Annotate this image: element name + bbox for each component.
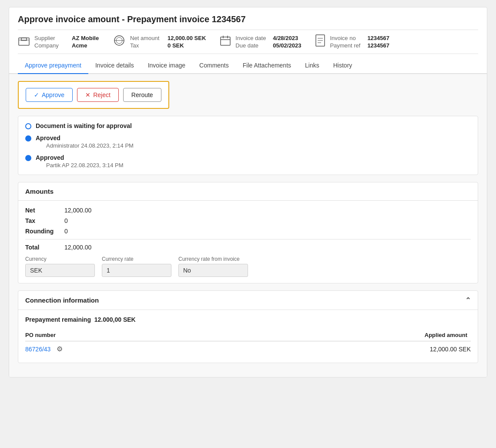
tab-approve-prepayment[interactable]: Approve prepayment bbox=[18, 57, 88, 74]
content-area: ✓ Approve ✕ Reject Reroute Document is w… bbox=[9, 74, 487, 377]
col-po-number: PO number bbox=[25, 329, 225, 341]
total-value: 12,000.00 bbox=[64, 244, 91, 251]
po-number-link[interactable]: 86726/43 bbox=[25, 346, 50, 353]
rounding-value: 0 bbox=[64, 228, 68, 235]
net-amount-row: Net amount 12,000.00 SEK bbox=[130, 35, 206, 41]
tab-invoice-details[interactable]: Invoice details bbox=[88, 57, 141, 74]
reroute-label: Reroute bbox=[131, 91, 153, 98]
amount-group: Net amount 12,000.00 SEK Tax 0 SEK bbox=[113, 35, 206, 49]
invoice-date-label: Invoice date bbox=[235, 35, 270, 41]
currency-rate-label: Currency rate bbox=[102, 256, 171, 262]
currency-input[interactable] bbox=[25, 264, 95, 277]
chevron-up-icon: ⌃ bbox=[465, 296, 471, 304]
invoice-no-row: Invoice no 1234567 bbox=[330, 35, 389, 41]
approved1-subtitle: Administrator 24.08.2023, 2:14 PM bbox=[46, 142, 134, 149]
approved2-subtitle: Partik AP 22.08.2023, 3:14 PM bbox=[46, 162, 124, 168]
tabs-bar: Approve prepayment Invoice details Invoi… bbox=[9, 57, 487, 74]
col-applied-amount: Applied amount bbox=[225, 329, 471, 341]
supplier-row: Supplier AZ Mobile bbox=[34, 35, 99, 41]
action-box: ✓ Approve ✕ Reject Reroute bbox=[18, 81, 169, 109]
po-number-cell: 86726/43⚙ bbox=[25, 341, 225, 357]
po-table: PO number Applied amount 86726/43⚙12,000… bbox=[25, 329, 471, 357]
connection-header[interactable]: Connection information ⌃ bbox=[18, 291, 478, 310]
currency-rate-from-invoice-label: Currency rate from invoice bbox=[178, 256, 248, 262]
tab-file-attachements[interactable]: File Attachements bbox=[236, 57, 298, 74]
net-value: 12,000.00 bbox=[64, 207, 91, 214]
approved1-title: Aproved bbox=[36, 135, 134, 141]
po-table-header: PO number Applied amount bbox=[25, 329, 471, 341]
supplier-value: AZ Mobile bbox=[72, 35, 99, 41]
reject-button[interactable]: ✕ Reject bbox=[77, 88, 119, 102]
connection-title: Connection information bbox=[25, 296, 99, 304]
currency-row: Currency Currency rate Currency rate fro… bbox=[25, 256, 471, 277]
status-item-1: Aproved Administrator 24.08.2023, 2:14 P… bbox=[25, 135, 471, 149]
currency-rate-from-invoice-field: Currency rate from invoice bbox=[178, 256, 248, 277]
supplier-icon bbox=[18, 34, 30, 49]
net-label: Net bbox=[25, 207, 64, 214]
waiting-content: Document is waiting for approval bbox=[36, 122, 132, 129]
svg-rect-0 bbox=[19, 38, 29, 45]
reject-x-icon: ✕ bbox=[85, 91, 90, 98]
prepayment-remaining-value: 12.000,00 SEK bbox=[94, 316, 136, 323]
date-fields: Invoice date 4/28/2023 Due date 05/02/20… bbox=[235, 35, 301, 49]
due-date-row: Due date 05/02/2023 bbox=[235, 42, 301, 49]
reject-label: Reject bbox=[93, 91, 111, 98]
status-item-2: Approved Partik AP 22.08.2023, 3:14 PM bbox=[25, 154, 471, 168]
page-title: Approve invoice amount - Prepayment invo… bbox=[18, 14, 478, 24]
payment-ref-value: 1234567 bbox=[367, 42, 389, 49]
tax-amount-value: 0 bbox=[64, 217, 68, 224]
document-icon bbox=[315, 34, 325, 49]
net-amount-value: 12,000.00 SEK bbox=[168, 35, 206, 41]
status-waiting: Document is waiting for approval bbox=[25, 122, 471, 129]
waiting-label: Document is waiting for approval bbox=[36, 122, 132, 129]
amount-icon bbox=[113, 35, 126, 49]
currency-rate-from-invoice-input[interactable] bbox=[178, 264, 248, 277]
supplier-label: Supplier bbox=[34, 35, 69, 41]
currency-rate-input[interactable] bbox=[102, 264, 171, 277]
total-label: Total bbox=[25, 244, 64, 251]
invoice-ref-fields: Invoice no 1234567 Payment ref 1234567 bbox=[330, 35, 389, 49]
approve-button[interactable]: ✓ Approve bbox=[26, 88, 73, 102]
currency-label: Currency bbox=[25, 256, 95, 262]
amounts-body: Net 12,000.00 Tax 0 Rounding 0 Total 12,… bbox=[18, 201, 478, 283]
invoice-ref-group: Invoice no 1234567 Payment ref 1234567 bbox=[315, 34, 389, 49]
connection-section: Connection information ⌃ Prepayment rema… bbox=[18, 290, 478, 363]
approved1-dot bbox=[25, 135, 31, 141]
amount-fields: Net amount 12,000.00 SEK Tax 0 SEK bbox=[130, 35, 206, 49]
currency-field: Currency bbox=[25, 256, 95, 277]
net-row: Net 12,000.00 bbox=[25, 207, 471, 214]
tab-links[interactable]: Links bbox=[298, 57, 326, 74]
currency-rate-field: Currency rate bbox=[102, 256, 171, 277]
connection-body: Prepayment remaining 12.000,00 SEK PO nu… bbox=[18, 310, 478, 363]
due-date-label: Due date bbox=[235, 42, 270, 49]
approved2-content: Approved Partik AP 22.08.2023, 3:14 PM bbox=[36, 154, 124, 168]
company-value: Acme bbox=[72, 42, 87, 49]
rounding-row: Rounding 0 bbox=[25, 228, 471, 235]
tax-amount-label: Tax bbox=[25, 217, 64, 224]
reroute-button[interactable]: Reroute bbox=[123, 88, 161, 102]
page-header: Approve invoice amount - Prepayment invo… bbox=[9, 7, 487, 57]
approve-label: Approve bbox=[42, 91, 64, 98]
tab-comments[interactable]: Comments bbox=[192, 57, 236, 74]
tax-row: Tax 0 SEK bbox=[130, 42, 206, 49]
tab-history[interactable]: History bbox=[326, 57, 359, 74]
approved1-content: Aproved Administrator 24.08.2023, 2:14 P… bbox=[36, 135, 134, 149]
status-section: Document is waiting for approval Aproved… bbox=[18, 116, 478, 175]
amounts-divider bbox=[25, 239, 471, 239]
approved2-dot bbox=[25, 155, 31, 161]
company-label: Company bbox=[34, 42, 69, 49]
tax-amount-row: Tax 0 bbox=[25, 217, 471, 224]
approve-check-icon: ✓ bbox=[34, 91, 39, 98]
tax-label: Tax bbox=[130, 42, 165, 49]
gear-icon[interactable]: ⚙ bbox=[57, 345, 63, 353]
tab-invoice-image[interactable]: Invoice image bbox=[141, 57, 192, 74]
tax-value: 0 SEK bbox=[168, 42, 184, 49]
approved2-title: Approved bbox=[36, 154, 124, 161]
payment-ref-label: Payment ref bbox=[330, 42, 365, 49]
supplier-fields: Supplier AZ Mobile Company Acme bbox=[34, 35, 99, 49]
amounts-header: Amounts bbox=[18, 182, 478, 201]
company-row: Company Acme bbox=[34, 42, 99, 49]
waiting-dot bbox=[25, 123, 31, 129]
invoice-no-value: 1234567 bbox=[367, 35, 389, 41]
invoice-no-label: Invoice no bbox=[330, 35, 365, 41]
